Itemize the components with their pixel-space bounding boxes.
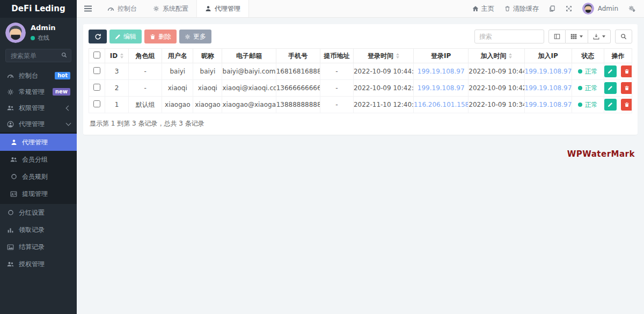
column-header-join-time[interactable]: 加入时间	[469, 49, 524, 63]
row-delete-button[interactable]	[621, 65, 632, 77]
sidebar-subitem-member-rules[interactable]: 会员规则	[0, 168, 77, 185]
trash-icon	[624, 85, 630, 91]
copy-icon[interactable]	[549, 5, 555, 12]
chevron-left-icon	[66, 105, 71, 111]
cell-id: 2	[105, 80, 129, 97]
row-checkbox[interactable]	[93, 84, 100, 91]
sort-icon[interactable]	[509, 53, 512, 59]
login-ip-link[interactable]: 199.19.108.97	[418, 84, 465, 92]
select-all-checkbox[interactable]	[93, 52, 100, 59]
row-edit-button[interactable]	[604, 65, 617, 77]
row-delete-button[interactable]	[621, 99, 632, 111]
hot-badge: hot	[55, 72, 70, 79]
toggle-view-icon	[554, 33, 560, 40]
search-button[interactable]	[615, 30, 632, 43]
trash-icon	[624, 102, 630, 107]
sidebar-subitem-member-groups[interactable]: 会员分组	[0, 151, 77, 168]
sidebar-subitem-agent-manage[interactable]: 代理管理	[0, 134, 77, 151]
refresh-button[interactable]	[89, 30, 107, 43]
search-icon	[61, 52, 67, 58]
tab-system-config[interactable]: 系统配置	[145, 0, 196, 17]
home-icon	[472, 5, 479, 12]
sidebar-item-authorization[interactable]: 授权管理	[0, 255, 77, 273]
cell-role-group: 默认组	[129, 97, 162, 113]
tab-dashboard[interactable]: 控制台	[99, 0, 145, 17]
export-button[interactable]	[588, 30, 611, 43]
cell-join-time: 2022-10-09 10:34:54	[469, 97, 524, 113]
fullscreen-icon[interactable]	[566, 5, 572, 12]
tab-agent-manage[interactable]: 代理管理	[196, 0, 249, 17]
column-header-email: 电子邮箱	[222, 49, 276, 63]
chevron-down-icon	[66, 121, 71, 126]
cell-email: xiaoqi@xiaoqi.com	[222, 80, 276, 97]
edit-button[interactable]: 编辑	[109, 30, 142, 43]
cell-nickname: baiyi	[193, 63, 222, 80]
sidebar: DeFi Leding Admin 在线 控制台 hot 常规管理 new	[0, 0, 77, 314]
join-ip-link[interactable]: 199.19.108.97	[525, 101, 572, 108]
sidebar-item-dividend-settings[interactable]: 分红设置	[0, 204, 77, 221]
row-edit-button[interactable]	[604, 82, 617, 94]
cell-username: baiyi	[162, 63, 193, 80]
home-link[interactable]: 主页	[472, 4, 494, 13]
sidebar-menu-bottom: 分红设置 领取记录 结算记录 授权管理	[0, 204, 77, 273]
sidebar-item-general[interactable]: 常规管理 new	[0, 84, 77, 100]
delete-button[interactable]: 删除	[144, 30, 177, 43]
top-navbar: 控制台 系统配置 代理管理 主页 清除缓存 Admin	[77, 0, 644, 18]
sidebar-menu: 控制台 hot 常规管理 new 权限管理 代理管理	[0, 68, 77, 132]
columns-button[interactable]	[566, 30, 588, 43]
cell-withdraw-address: -	[320, 63, 353, 80]
column-header-login-time[interactable]: 登录时间	[353, 49, 413, 63]
navbar-user-menu[interactable]: Admin	[582, 3, 618, 14]
table-header-row: ID 角色组 用户名 昵称 电子邮箱 手机号 提币地址 登录时间 登录IP 加入…	[89, 49, 632, 63]
sort-icon[interactable]	[396, 53, 399, 59]
column-header-phone: 手机号	[276, 49, 320, 63]
circle-icon	[6, 209, 14, 216]
gears-icon	[6, 89, 14, 96]
chart-icon	[6, 227, 14, 233]
user-info: Admin 在线	[31, 24, 56, 42]
sidebar-item-agent[interactable]: 代理管理	[0, 116, 77, 132]
row-edit-button[interactable]	[604, 99, 617, 111]
more-button[interactable]: 更多	[179, 30, 211, 43]
join-ip-link[interactable]: 199.19.108.97	[525, 68, 572, 75]
login-ip-link[interactable]: 199.19.108.97	[418, 68, 465, 75]
navbar-right: 主页 清除缓存 Admin	[472, 0, 644, 17]
join-ip-link[interactable]: 199.19.108.97	[525, 84, 572, 92]
row-delete-button[interactable]	[621, 82, 632, 94]
card-icon	[10, 191, 18, 198]
table-toolbar: 编辑 删除 更多	[89, 30, 632, 43]
image-icon	[6, 244, 14, 251]
menu-search	[5, 49, 71, 62]
column-header-login-ip: 登录IP	[414, 49, 469, 63]
cell-phone: 16816816888	[276, 63, 320, 80]
cell-withdraw-address: -	[320, 97, 353, 113]
column-header-id[interactable]: ID	[105, 49, 129, 63]
row-checkbox[interactable]	[93, 67, 100, 74]
clear-cache-link[interactable]: 清除缓存	[504, 4, 539, 13]
search-icon	[620, 33, 627, 40]
gears-icon[interactable]	[628, 5, 635, 12]
row-checkbox[interactable]	[93, 100, 100, 107]
table-search-input[interactable]	[474, 30, 544, 43]
cell-withdraw-address: -	[320, 80, 353, 97]
sidebar-subitem-withdraw-manage[interactable]: 提现管理	[0, 185, 77, 202]
status-badge: 正常	[578, 67, 598, 76]
sidebar-item-dashboard[interactable]: 控制台 hot	[0, 68, 77, 84]
sort-icon[interactable]	[120, 53, 123, 59]
cell-username: xiaogao	[162, 97, 193, 113]
sidebar-item-settlement-records[interactable]: 结算记录	[0, 238, 77, 255]
toggle-view-button[interactable]	[548, 30, 566, 43]
cell-role-group: -	[129, 63, 162, 80]
hamburger-icon[interactable]	[77, 0, 99, 17]
pencil-icon	[115, 34, 121, 40]
dashboard-icon	[107, 5, 114, 12]
sidebar-item-permissions[interactable]: 权限管理	[0, 100, 77, 116]
users-icon	[6, 261, 14, 268]
gear-icon	[153, 5, 159, 12]
sidebar-item-claim-records[interactable]: 领取记录	[0, 221, 77, 238]
status-dot-icon	[578, 103, 582, 107]
caret-down-icon	[602, 35, 605, 38]
login-ip-link[interactable]: 116.206.101.158	[414, 101, 469, 108]
column-header-withdraw-address: 提币地址	[320, 49, 353, 63]
navbar-avatar	[582, 3, 594, 14]
